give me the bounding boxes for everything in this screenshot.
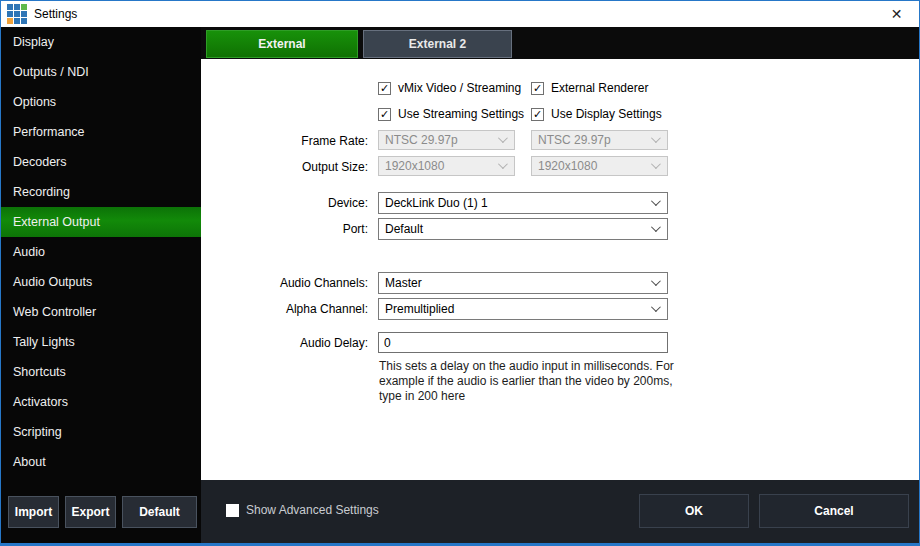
sidebar-item-audio-outputs[interactable]: Audio Outputs (1, 267, 201, 297)
checkmark-icon[interactable] (378, 82, 391, 95)
vmix-video-streaming-checkbox[interactable]: vMix Video / Streaming (378, 81, 521, 95)
output-size-select-1: 1920x1080 (378, 156, 515, 176)
frame-rate-label: Frame Rate: (201, 134, 368, 148)
chevron-down-icon (651, 222, 661, 232)
sidebar-item-scripting[interactable]: Scripting (1, 417, 201, 447)
checkbox-box-icon[interactable] (226, 504, 239, 517)
checkmark-icon[interactable] (531, 82, 544, 95)
vmix-logo-icon (7, 4, 27, 24)
import-button[interactable]: Import (8, 496, 59, 528)
sidebar-item-external-output[interactable]: External Output (1, 207, 201, 237)
audio-delay-help-text: This sets a delay on the audio input in … (379, 359, 679, 404)
sidebar-item-display[interactable]: Display (1, 27, 201, 57)
export-button[interactable]: Export (65, 496, 116, 528)
audio-delay-input[interactable] (378, 332, 668, 353)
checkmark-icon[interactable] (531, 108, 544, 121)
chevron-down-icon (498, 133, 508, 143)
checkbox-label: vMix Video / Streaming (398, 81, 521, 95)
sidebar-item-tally-lights[interactable]: Tally Lights (1, 327, 201, 357)
sidebar-item-decoders[interactable]: Decoders (1, 147, 201, 177)
output-size-label: Output Size: (201, 160, 368, 174)
sidebar-item-recording[interactable]: Recording (1, 177, 201, 207)
sidebar: Display Outputs / NDI Options Performanc… (1, 27, 201, 543)
sidebar-item-shortcuts[interactable]: Shortcuts (1, 357, 201, 387)
close-icon[interactable]: ✕ (874, 1, 919, 27)
device-label: Device: (201, 196, 368, 210)
chevron-down-icon (498, 159, 508, 169)
ok-button[interactable]: OK (639, 494, 749, 528)
port-select[interactable]: Default (378, 218, 668, 240)
checkmark-icon[interactable] (378, 108, 391, 121)
footer-bar: Show Advanced Settings OK Cancel (201, 480, 919, 543)
port-label: Port: (201, 222, 368, 236)
device-select[interactable]: DeckLink Duo (1) 1 (378, 192, 668, 214)
default-button[interactable]: Default (122, 496, 197, 528)
alpha-channel-select[interactable]: Premultiplied (378, 298, 668, 320)
checkbox-label: Show Advanced Settings (246, 503, 379, 517)
cancel-button[interactable]: Cancel (759, 494, 909, 528)
sidebar-item-outputs-ndi[interactable]: Outputs / NDI (1, 57, 201, 87)
sidebar-item-audio[interactable]: Audio (1, 237, 201, 267)
frame-rate-select-2: NTSC 29.97p (531, 130, 668, 150)
sidebar-item-options[interactable]: Options (1, 87, 201, 117)
chevron-down-icon (651, 276, 661, 286)
alpha-channel-label: Alpha Channel: (201, 302, 368, 316)
show-advanced-settings-checkbox[interactable]: Show Advanced Settings (226, 503, 379, 517)
frame-rate-select-1: NTSC 29.97p (378, 130, 515, 150)
title-bar: Settings ✕ (1, 1, 919, 27)
audio-delay-label: Audio Delay: (201, 336, 368, 350)
sidebar-item-about[interactable]: About (1, 447, 201, 477)
tab-external[interactable]: External (206, 30, 358, 58)
output-size-select-2: 1920x1080 (531, 156, 668, 176)
external-renderer-checkbox[interactable]: External Renderer (531, 81, 648, 95)
external-output-panel: vMix Video / Streaming External Renderer… (201, 59, 919, 481)
sidebar-item-activators[interactable]: Activators (1, 387, 201, 417)
tab-external-2[interactable]: External 2 (363, 30, 512, 58)
sidebar-item-performance[interactable]: Performance (1, 117, 201, 147)
audio-channels-label: Audio Channels: (201, 276, 368, 290)
use-streaming-settings-checkbox[interactable]: Use Streaming Settings (378, 107, 524, 121)
settings-window: Settings ✕ Display Outputs / NDI Options… (0, 0, 920, 546)
audio-channels-select[interactable]: Master (378, 272, 668, 294)
chevron-down-icon (651, 302, 661, 312)
chevron-down-icon (651, 196, 661, 206)
tab-strip: External External 2 (201, 27, 919, 59)
checkbox-label: Use Display Settings (551, 107, 662, 121)
sidebar-item-web-controller[interactable]: Web Controller (1, 297, 201, 327)
chevron-down-icon (651, 159, 661, 169)
chevron-down-icon (651, 133, 661, 143)
use-display-settings-checkbox[interactable]: Use Display Settings (531, 107, 662, 121)
window-title: Settings (34, 7, 77, 21)
checkbox-label: External Renderer (551, 81, 648, 95)
checkbox-label: Use Streaming Settings (398, 107, 524, 121)
